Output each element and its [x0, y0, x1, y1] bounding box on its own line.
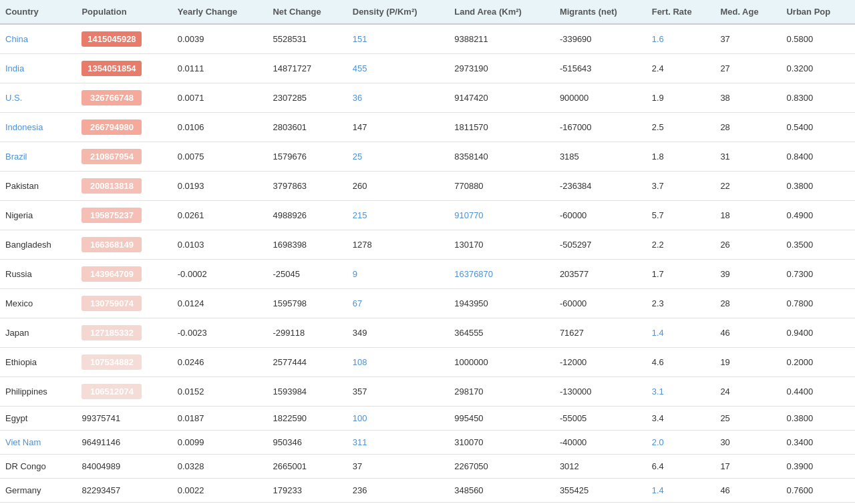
column-header-med--age[interactable]: Med. Age: [715, 0, 781, 24]
med-age-cell: 38: [715, 83, 781, 113]
med-age-cell: 22: [715, 172, 781, 201]
country-cell: Egypt: [0, 407, 76, 431]
med-age-cell: 30: [715, 431, 781, 455]
med-age-cell: 24: [715, 377, 781, 407]
population-badge: 210867954: [81, 149, 142, 164]
med-age-cell: 27: [715, 54, 781, 83]
land-area-cell: 9147420: [449, 83, 554, 113]
country-cell: Japan: [0, 318, 76, 348]
yearly-change-cell: 0.0152: [172, 377, 268, 407]
density-cell: 455: [347, 54, 449, 83]
column-header-density--p-km--[interactable]: Density (P/Km²): [347, 0, 449, 24]
migrants-cell: -505297: [554, 230, 647, 260]
population-cell: 326766748: [76, 83, 172, 113]
density-cell: 36: [347, 83, 449, 113]
density-cell: 147: [347, 113, 449, 142]
column-header-net-change[interactable]: Net Change: [267, 0, 347, 24]
urban-pop-cell: 0.3900: [781, 455, 855, 479]
population-cell: 130759074: [76, 289, 172, 318]
column-header-urban-pop[interactable]: Urban Pop: [781, 0, 855, 24]
yearly-change-cell: 0.0099: [172, 431, 268, 455]
migrants-cell: 355425: [554, 479, 647, 503]
urban-pop-cell: 0.2000: [781, 348, 855, 377]
country-link[interactable]: Indonesia: [5, 122, 43, 132]
fert-rate-cell: 2.2: [647, 230, 715, 260]
table-row: Brazil2108679540.00751579676258358140318…: [0, 142, 855, 172]
urban-pop-cell: 0.3400: [781, 431, 855, 455]
fert-rate-cell: 3.4: [647, 407, 715, 431]
yearly-change-cell: 0.0111: [172, 54, 268, 83]
table-row: Nigeria1958752370.02614988926215910770-6…: [0, 201, 855, 230]
table-row: DR Congo840049890.0328266500137226705030…: [0, 455, 855, 479]
med-age-cell: 46: [715, 479, 781, 503]
population-badge: 200813818: [81, 178, 142, 194]
migrants-cell: -167000: [554, 113, 647, 142]
column-header-land-area--km--[interactable]: Land Area (Km²): [449, 0, 554, 24]
net-change-cell: 2577444: [267, 348, 347, 377]
med-age-cell: 26: [715, 230, 781, 260]
population-cell: 200813818: [76, 172, 172, 201]
table-row: Egypt993757410.01871822590100995450-5500…: [0, 407, 855, 431]
column-header-yearly-change[interactable]: Yearly Change: [172, 0, 268, 24]
yearly-change-cell: 0.0187: [172, 407, 268, 431]
column-header-migrants--net-[interactable]: Migrants (net): [554, 0, 647, 24]
country-link[interactable]: Viet Nam: [5, 437, 41, 447]
density-cell: 311: [347, 431, 449, 455]
table-row: Mexico1307590740.01241595798671943950-60…: [0, 289, 855, 318]
country-link[interactable]: U.S.: [5, 93, 22, 103]
land-area-cell: 348560: [449, 479, 554, 503]
density-cell: 236: [347, 479, 449, 503]
migrants-cell: -40000: [554, 431, 647, 455]
population-cell: 99375741: [76, 407, 172, 431]
migrants-cell: 71627: [554, 318, 647, 348]
table-row: Bangladesh1663681490.0103169839812781301…: [0, 230, 855, 260]
migrants-cell: 3012: [554, 455, 647, 479]
table-row: India13540518540.0111148717274552973190-…: [0, 54, 855, 83]
country-link[interactable]: China: [5, 34, 28, 44]
density-cell: 67: [347, 289, 449, 318]
column-header-country[interactable]: Country: [0, 0, 76, 24]
table-row: Ethiopia1075348820.024625774441081000000…: [0, 348, 855, 377]
urban-pop-cell: 0.3500: [781, 230, 855, 260]
migrants-cell: 203577: [554, 260, 647, 289]
table-row: Germany822934570.00221792332363485603554…: [0, 479, 855, 503]
density-cell: 1278: [347, 230, 449, 260]
land-area-cell: 298170: [449, 377, 554, 407]
med-age-cell: 37: [715, 24, 781, 54]
country-cell: India: [0, 54, 76, 83]
column-header-fert--rate[interactable]: Fert. Rate: [647, 0, 715, 24]
net-change-cell: 14871727: [267, 54, 347, 83]
yearly-change-cell: 0.0106: [172, 113, 268, 142]
country-cell: Russia: [0, 260, 76, 289]
fert-rate-cell: 3.7: [647, 172, 715, 201]
density-cell: 9: [347, 260, 449, 289]
land-area-cell: 1000000: [449, 348, 554, 377]
density-cell: 349: [347, 318, 449, 348]
fert-rate-cell: 5.7: [647, 201, 715, 230]
country-cell: Bangladesh: [0, 230, 76, 260]
country-link[interactable]: Brazil: [5, 152, 27, 162]
urban-pop-cell: 0.7800: [781, 289, 855, 318]
population-cell: 84004989: [76, 455, 172, 479]
table-row: China14150459280.003955285311519388211-3…: [0, 24, 855, 54]
column-header-population[interactable]: Population: [76, 0, 172, 24]
yearly-change-cell: 0.0039: [172, 24, 268, 54]
yearly-change-cell: 0.0103: [172, 230, 268, 260]
country-cell: Pakistan: [0, 172, 76, 201]
net-change-cell: 179233: [267, 479, 347, 503]
land-area-cell: 310070: [449, 431, 554, 455]
migrants-cell: -515643: [554, 54, 647, 83]
fert-rate-cell: 1.8: [647, 142, 715, 172]
country-cell: Indonesia: [0, 113, 76, 142]
migrants-cell: -236384: [554, 172, 647, 201]
population-cell: 195875237: [76, 201, 172, 230]
yearly-change-cell: 0.0261: [172, 201, 268, 230]
land-area-cell: 364555: [449, 318, 554, 348]
country-link[interactable]: India: [5, 63, 24, 73]
net-change-cell: -25045: [267, 260, 347, 289]
urban-pop-cell: 0.7300: [781, 260, 855, 289]
med-age-cell: 18: [715, 201, 781, 230]
fert-rate-cell: 1.7: [647, 260, 715, 289]
land-area-cell: 910770: [449, 201, 554, 230]
med-age-cell: 31: [715, 142, 781, 172]
